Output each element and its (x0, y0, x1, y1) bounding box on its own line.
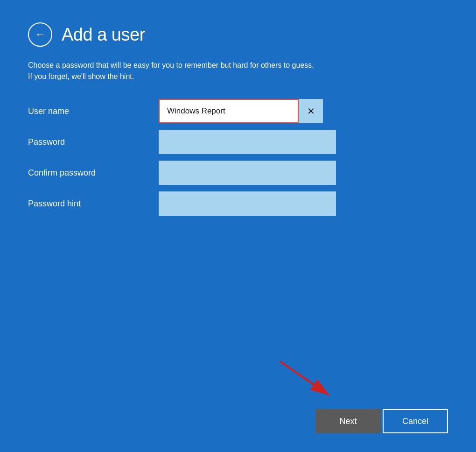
username-input-wrapper: ✕ (159, 99, 323, 123)
clear-icon: ✕ (307, 106, 315, 117)
username-label: User name (28, 106, 159, 116)
password-input[interactable] (159, 130, 336, 154)
next-button[interactable]: Next (315, 409, 381, 433)
password-hint-input-wrapper (159, 191, 336, 216)
subtitle: Choose a password that will be easy for … (28, 60, 429, 82)
subtitle-line2: If you forget, we'll show the hint. (28, 72, 134, 80)
buttons-container: Next Cancel (315, 409, 448, 433)
cancel-button[interactable]: Cancel (383, 409, 448, 433)
password-hint-input[interactable] (159, 191, 336, 216)
header: ← Add a user (28, 22, 448, 47)
confirm-password-input-wrapper (159, 161, 336, 185)
confirm-password-input[interactable] (159, 161, 336, 185)
back-arrow-icon: ← (35, 29, 45, 40)
username-row: User name ✕ (28, 99, 448, 123)
clear-username-button[interactable]: ✕ (299, 99, 323, 123)
password-hint-label: Password hint (28, 199, 159, 209)
back-button[interactable]: ← (28, 22, 52, 47)
page-container: ← Add a user Choose a password that will… (0, 0, 476, 452)
form-container: User name ✕ Password Confirm password (28, 99, 448, 222)
confirm-password-row: Confirm password (28, 161, 448, 185)
password-hint-row: Password hint (28, 191, 448, 216)
page-title: Add a user (62, 25, 145, 45)
password-input-wrapper (159, 130, 336, 154)
password-row: Password (28, 130, 448, 154)
subtitle-line1: Choose a password that will be easy for … (28, 61, 314, 69)
password-label: Password (28, 137, 159, 147)
username-input[interactable] (159, 99, 299, 123)
confirm-password-label: Confirm password (28, 168, 159, 178)
